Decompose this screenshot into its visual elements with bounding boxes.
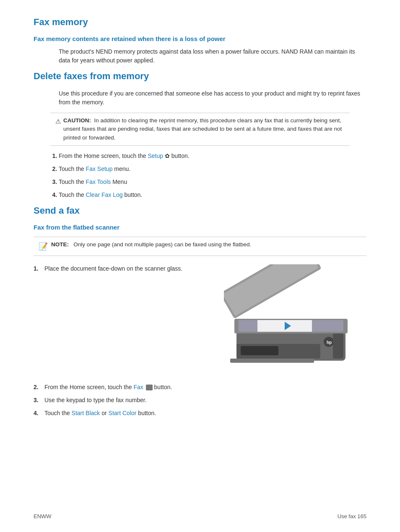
footer-right: Use fax 165 <box>338 513 366 519</box>
delete-step-1: From the Home screen, touch the Setup ✿ … <box>59 152 366 160</box>
caution-box: ⚠ CAUTION: In addition to clearing the r… <box>50 113 350 146</box>
scanner-illustration: hp <box>224 264 358 373</box>
svg-text:hp: hp <box>327 340 332 345</box>
step4-body: Touch the Start Black or Start Color but… <box>44 409 156 418</box>
fax-phone-icon <box>146 385 153 390</box>
svg-rect-11 <box>333 333 343 359</box>
svg-rect-3 <box>224 264 319 316</box>
step-num-3: 3. <box>34 396 42 405</box>
step-num-2: 2. <box>34 383 42 392</box>
footer: ENWW Use fax 165 <box>34 513 366 519</box>
scanner-step1-text: 1. Place the document face-down on the s… <box>34 264 211 374</box>
svg-rect-8 <box>241 346 278 355</box>
step1-body: Place the document face-down on the scan… <box>44 264 182 273</box>
start-black-link[interactable]: Start Black <box>72 410 100 416</box>
step-num-4: 4. <box>34 409 42 418</box>
subsection-title-retained: Fax memory contents are retained when th… <box>34 35 366 42</box>
caution-triangle-icon: ⚠ <box>55 117 61 127</box>
step2-body: From the Home screen, touch the Fax butt… <box>44 383 172 392</box>
note-text: NOTE: Only one page (and not multiple pa… <box>51 240 251 249</box>
start-color-link[interactable]: Start Color <box>109 410 137 416</box>
flatbed-steps-2-4: 2. From the Home screen, touch the Fax b… <box>34 383 366 418</box>
scanner-image-container: hp <box>224 264 366 374</box>
scanner-section: 1. Place the document face-down on the s… <box>34 264 366 374</box>
caution-body: In addition to clearing the reprint memo… <box>63 117 342 141</box>
flatbed-step-3: 3. Use the keypad to type the fax number… <box>34 396 366 405</box>
delete-faxes-intro: Use this procedure if you are concerned … <box>59 89 366 107</box>
note-box: 📝 NOTE: Only one page (and not multiple … <box>34 237 366 256</box>
note-label: NOTE: <box>51 241 69 248</box>
fax-setup-link[interactable]: Fax Setup <box>86 165 113 172</box>
delete-faxes-steps: From the Home screen, touch the Setup ✿ … <box>59 152 366 199</box>
section-title-delete-faxes: Delete faxes from memory <box>34 71 366 82</box>
delete-step-2: Touch the Fax Setup menu. <box>59 165 366 173</box>
step3-body: Use the keypad to type the fax number. <box>44 396 147 405</box>
footer-left: ENWW <box>34 513 52 519</box>
flatbed-step-2: 2. From the Home screen, touch the Fax b… <box>34 383 366 392</box>
caution-text: CAUTION: In addition to clearing the rep… <box>63 116 345 142</box>
delete-step-4: Touch the Clear Fax Log button. <box>59 191 366 199</box>
section-title-fax-memory: Fax memory <box>34 17 366 28</box>
flatbed-step-1: 1. Place the document face-down on the s… <box>34 264 211 273</box>
fax-memory-body: The product's NEND memory protects again… <box>59 47 366 65</box>
fax-inline-link[interactable]: Fax <box>133 384 143 390</box>
step-num-1: 1. <box>34 264 42 273</box>
note-page-icon: 📝 <box>39 241 48 252</box>
delete-step-3: Touch the Fax Tools Menu <box>59 178 366 186</box>
page: Fax memory Fax memory contents are retai… <box>0 0 400 532</box>
subsection-title-flatbed: Fax from the flatbed scanner <box>34 224 366 231</box>
caution-label: CAUTION: <box>63 117 91 124</box>
flatbed-step-4: 4. Touch the Start Black or Start Color … <box>34 409 366 418</box>
fax-tools-link[interactable]: Fax Tools <box>86 178 111 185</box>
clear-fax-log-link[interactable]: Clear Fax Log <box>86 191 123 198</box>
setup-link[interactable]: Setup <box>148 152 163 159</box>
section-title-send-fax: Send a fax <box>34 205 366 216</box>
note-body: Only one page (and not multiple pages) c… <box>73 241 251 248</box>
svg-rect-12 <box>230 359 314 363</box>
